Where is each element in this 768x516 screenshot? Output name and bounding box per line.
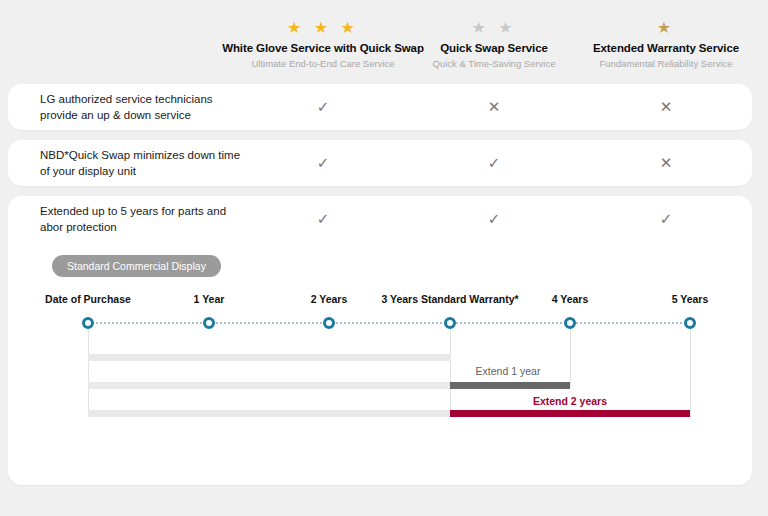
standard-warranty-track <box>88 354 451 361</box>
guide-line-4-years <box>570 329 571 387</box>
plan-name: Extended Warranty Service <box>536 42 768 54</box>
milestone-marker-icon <box>323 317 335 329</box>
feature-row: NBD*Quick Swap minimizes down time of yo… <box>8 140 752 186</box>
guide-line-5-years <box>690 329 691 417</box>
milestone-marker-icon <box>684 317 696 329</box>
milestone-label: Date of Purchase <box>18 293 158 305</box>
feature-row: LG authorized service technicians provid… <box>8 84 752 130</box>
cross-icon: ✕ <box>660 154 673 172</box>
check-icon: ✓ <box>317 98 330 116</box>
milestone-marker-icon <box>564 317 576 329</box>
check-icon: ✓ <box>317 210 330 228</box>
check-icon: ✓ <box>488 154 501 172</box>
milestone-marker-icon <box>82 317 94 329</box>
check-icon: ✓ <box>317 154 330 172</box>
milestone-label: 4 Years <box>500 293 640 305</box>
guide-line-purchase <box>88 329 89 417</box>
cross-icon: ✕ <box>488 98 501 116</box>
milestone-marker-icon <box>203 317 215 329</box>
cross-icon: ✕ <box>660 98 673 116</box>
standard-commercial-display-badge[interactable]: Standard Commercial Display <box>52 255 221 277</box>
standard-warranty-track <box>88 410 451 417</box>
extend-1-year-bar <box>450 382 570 389</box>
feature-label: LG authorized service technicians provid… <box>40 91 250 123</box>
star-rating-icon: ★ <box>536 18 768 38</box>
extend-1-year-label: Extend 1 year <box>438 365 578 377</box>
feature-row: Extended up to 5 years for parts and abo… <box>8 196 752 242</box>
feature-label: Extended up to 5 years for parts and abo… <box>40 203 250 235</box>
warranty-timeline-card: Extended up to 5 years for parts and abo… <box>8 196 752 485</box>
extend-2-years-bar <box>450 410 690 417</box>
feature-row-card: LG authorized service technicians provid… <box>8 84 752 130</box>
milestone-marker-icon <box>444 317 456 329</box>
timeline-dotted-line <box>88 322 690 324</box>
check-icon: ✓ <box>660 210 673 228</box>
milestone-label: 2 Years <box>259 293 399 305</box>
milestone-label: 5 Years <box>620 293 760 305</box>
check-icon: ✓ <box>488 210 501 228</box>
standard-warranty-track <box>88 382 451 389</box>
feature-label: NBD*Quick Swap minimizes down time of yo… <box>40 147 250 179</box>
milestone-label: 1 Year <box>139 293 279 305</box>
milestone-label: 3 Years Standard Warranty* <box>380 293 520 305</box>
feature-row-card: NBD*Quick Swap minimizes down time of yo… <box>8 140 752 186</box>
plan-tagline: Fundamental Reliability Service <box>536 58 768 69</box>
extend-2-years-label: Extend 2 years <box>500 395 640 407</box>
plan-column-extended-warranty: ★ Extended Warranty Service Fundamental … <box>536 18 768 69</box>
